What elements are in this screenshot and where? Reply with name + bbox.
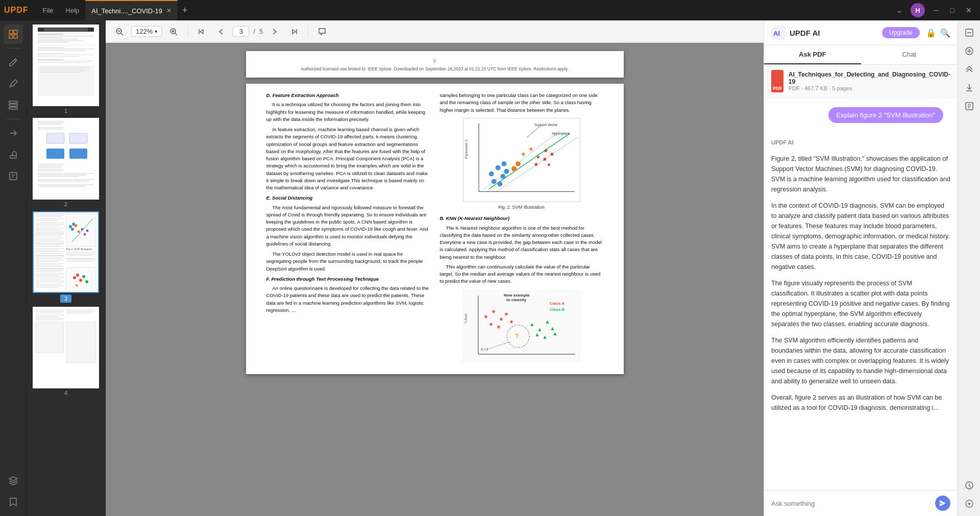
sidebar-icon-bookmark[interactable] [4, 493, 23, 512]
pdf-area: 2 Authorized licensed use limited to: IE… [106, 43, 764, 516]
minimize-button[interactable]: ─ [929, 3, 943, 17]
tab-help[interactable]: Help [60, 0, 86, 20]
svg-text:★: ★ [521, 151, 526, 158]
sidebar-icon-convert[interactable] [4, 124, 23, 143]
user-avatar[interactable]: H [911, 3, 925, 17]
sidebar-divider-1 [6, 48, 20, 48]
svg-rect-28 [38, 61, 94, 61]
svg-rect-19 [38, 42, 68, 43]
fr-icon-bottom-2[interactable] [961, 496, 977, 512]
thumbnail-2[interactable]: 2 [30, 118, 102, 207]
svm-illustration-svg: Parameter 2 Support Vector [463, 118, 580, 202]
ai-search-icon[interactable]: 🔍 [940, 28, 950, 38]
maximize-button[interactable]: □ [945, 3, 960, 17]
zoom-in-button[interactable] [166, 24, 181, 39]
svg-rect-131 [36, 316, 59, 317]
sidebar-icon-ocr[interactable] [4, 166, 23, 186]
explain-btn-wrapper: Explain figure 2 "SVM Illustration" [764, 98, 958, 132]
ai-message-3: The figure visually represents the proce… [771, 278, 950, 329]
fr-icon-4[interactable] [961, 80, 977, 96]
svg-text:▲: ▲ [542, 334, 548, 340]
svg-rect-2 [9, 35, 13, 38]
svg-text:Support Vector: Support Vector [534, 123, 557, 127]
svg-rect-15 [38, 36, 94, 37]
section-e-para3: The most fundamental and rigorously foll… [266, 204, 430, 248]
zoom-dropdown-icon[interactable]: ▾ [155, 29, 157, 34]
svg-text:★: ★ [504, 311, 509, 317]
thumbnail-3[interactable]: Fig. 2. SVM Illustration [30, 211, 102, 303]
svg-rect-121 [36, 280, 64, 281]
svg-rect-55 [38, 184, 94, 185]
svg-rect-79 [66, 261, 92, 262]
svg-rect-31 [40, 67, 91, 68]
fr-icon-3[interactable] [961, 61, 977, 78]
svg-rect-125 [36, 287, 59, 287]
ai-message-4: The SVM algorithm efficiently identifies… [771, 335, 950, 386]
comment-button[interactable] [314, 24, 330, 39]
window-dropdown-icon[interactable]: ⌄ [896, 6, 902, 14]
sidebar-icon-stamp[interactable] [4, 145, 23, 164]
svg-rect-87 [36, 223, 64, 223]
section-d-para2: In feature extraction, machine learning … [266, 126, 430, 191]
explain-figure-button[interactable]: Explain figure 2 "SVM Illustration" [828, 107, 943, 123]
thumb-label-4: 4 [64, 390, 67, 396]
svg-rect-5 [9, 104, 17, 106]
svg-rect-117 [36, 274, 64, 274]
svg-rect-124 [36, 285, 64, 286]
svg-text:★: ★ [547, 162, 551, 167]
tab-chat[interactable]: Chat [861, 45, 958, 64]
thumbnails-panel: 1 [27, 20, 106, 516]
svg-rect-97 [36, 239, 59, 240]
svg-text:Parameter 2: Parameter 2 [464, 139, 468, 159]
fr-icon-2[interactable] [961, 43, 977, 59]
tab-ask-pdf[interactable]: Ask PDF [764, 45, 861, 64]
sidebar-icon-edit[interactable] [4, 53, 23, 72]
close-button[interactable]: ✕ [962, 3, 976, 17]
sidebar-icon-layers[interactable] [4, 471, 23, 490]
tab-document[interactable]: AI_Techni...._COVID-19 ✕ [85, 0, 178, 20]
page-prev-button[interactable] [213, 24, 229, 39]
svg-rect-47 [38, 167, 61, 168]
ai-send-button[interactable] [935, 496, 950, 511]
ai-panel-header: AI UPDF AI Upgrade 🔒 🔍 [764, 20, 958, 45]
svg-rect-95 [36, 236, 61, 236]
svg-rect-116 [36, 272, 61, 272]
zoom-display[interactable]: 122% ▾ [131, 26, 162, 37]
svg-rect-136 [36, 320, 64, 320]
fr-icon-bottom-1[interactable] [961, 477, 977, 494]
ai-message-1: Figure 2, titled "SVM Illustration," sho… [771, 154, 950, 194]
sidebar-icon-organize[interactable] [4, 95, 23, 115]
zoom-out-button[interactable] [112, 24, 127, 39]
svg-point-84 [82, 275, 85, 278]
fr-icon-5[interactable] [961, 98, 977, 114]
svg-rect-46 [38, 165, 63, 166]
svg-text:★: ★ [491, 308, 496, 314]
svg-rect-34 [40, 72, 81, 72]
svg-rect-20 [38, 45, 94, 45]
svg-point-86 [76, 284, 78, 287]
svg-rect-43 [46, 149, 64, 159]
sidebar-icon-annotate[interactable] [4, 74, 23, 93]
ai-ask-input[interactable] [771, 500, 931, 507]
svg-rect-110 [36, 261, 59, 262]
new-tab-button[interactable]: + [178, 3, 192, 17]
fr-icon-1[interactable] [961, 24, 977, 41]
tab-close-icon[interactable]: ✕ [166, 7, 172, 14]
page-last-button[interactable] [286, 24, 302, 39]
upgrade-button[interactable]: Upgrade [882, 27, 920, 38]
pdf-figure-knn: Y-Axis New example to classify Class A C… [440, 290, 603, 362]
svg-line-140 [121, 33, 123, 35]
thumbnail-4[interactable]: 4 [30, 307, 102, 396]
page-first-button[interactable] [194, 24, 209, 39]
svg-point-157 [495, 165, 500, 170]
ai-lock-icon[interactable]: 🔒 [926, 28, 936, 38]
page-number-input[interactable] [233, 26, 249, 37]
svg-rect-56 [38, 186, 86, 187]
sidebar-icon-layout[interactable] [4, 24, 23, 44]
thumbnail-1[interactable]: 1 [30, 24, 102, 114]
ai-input-area [764, 490, 958, 516]
section-e-para4: The YOLOv3 object detection model is use… [266, 251, 430, 273]
page-next-button[interactable] [267, 24, 282, 39]
svg-rect-3 [14, 35, 17, 38]
tab-file[interactable]: File [37, 0, 60, 20]
